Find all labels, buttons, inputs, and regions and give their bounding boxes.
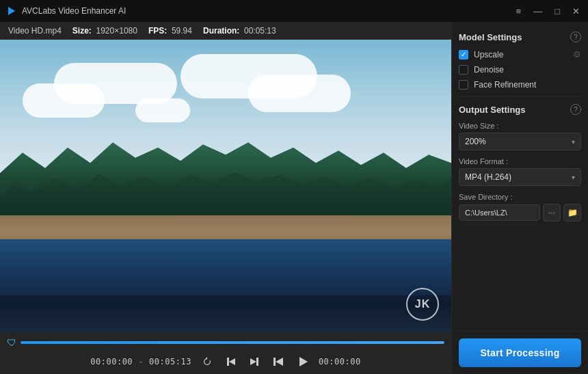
settings-divider [459, 96, 581, 97]
svg-rect-1 [227, 358, 229, 366]
denoise-option-row: Denoise [459, 65, 581, 75]
video-format-chevron-icon: ▾ [572, 174, 575, 181]
face-refinement-checkbox[interactable] [459, 80, 468, 90]
video-size-value: 200% [465, 137, 486, 146]
svg-marker-4 [250, 358, 256, 365]
controls-bar: 🛡 00:00:00 - 00:05:13 [0, 333, 451, 374]
title-bar: AVCLabs Video Enhancer AI ≡ — □ ✕ [0, 0, 588, 22]
start-processing-button[interactable]: Start Processing [459, 338, 581, 367]
browse-dots-button[interactable]: ··· [543, 204, 561, 222]
start-time: 00:00:00 [90, 357, 133, 366]
denoise-label: Denoise [474, 65, 504, 75]
upscale-label: Upscale [474, 50, 503, 59]
denoise-checkbox[interactable] [459, 65, 468, 75]
close-button[interactable]: ✕ [570, 5, 583, 18]
svg-marker-7 [299, 357, 308, 366]
open-folder-button[interactable]: 📁 [563, 204, 581, 222]
left-panel: Video HD.mp4 Size: 1920×1080 FPS: 59.94 … [0, 22, 451, 374]
model-settings-title: Model Settings [459, 32, 522, 42]
upscale-settings-icon[interactable]: ⚙ [573, 49, 581, 59]
app-title: AVCLabs Video Enhancer AI [22, 6, 513, 16]
face-refinement-label: Face Refinement [474, 80, 536, 90]
start-button-area: Start Processing [452, 331, 588, 374]
settings-area: Model Settings ? Upscale ⚙ Denoise Face … [452, 22, 588, 331]
menu-button[interactable]: ≡ [513, 5, 524, 18]
maximize-button[interactable]: □ [552, 5, 563, 18]
output-settings-help-icon[interactable]: ? [570, 104, 581, 115]
playback-controls: 00:00:00 - 00:05:13 [0, 351, 451, 374]
cloud-3 [135, 98, 190, 122]
upscale-option-row: Upscale ⚙ [459, 49, 581, 59]
save-directory-row: C:\Users\LZ\ ··· 📁 [459, 204, 581, 222]
model-settings-header: Model Settings ? [459, 31, 581, 42]
save-directory-input[interactable]: C:\Users\LZ\ [459, 204, 540, 221]
window-controls: ≡ — □ ✕ [513, 5, 583, 18]
video-background: JK [0, 40, 451, 333]
face-refinement-option-row: Face Refinement [459, 80, 581, 90]
svg-marker-2 [229, 358, 235, 365]
out-point-button[interactable] [246, 356, 263, 368]
video-preview: JK [0, 40, 451, 333]
upscale-checkbox[interactable] [459, 50, 468, 59]
end-time: 00:05:13 [149, 357, 191, 366]
fps-info: FPS: 59.94 [148, 26, 192, 36]
filename: Video HD.mp4 [8, 26, 62, 36]
time-separator: - [139, 357, 142, 366]
svg-marker-6 [276, 358, 283, 366]
video-size-select[interactable]: 200% ▾ [459, 133, 581, 150]
output-settings-header: Output Settings ? [459, 104, 581, 115]
main-content: Video HD.mp4 Size: 1920×1080 FPS: 59.94 … [0, 22, 588, 374]
model-settings-help-icon[interactable]: ? [570, 31, 581, 42]
svg-rect-3 [256, 358, 258, 366]
video-size-chevron-icon: ▾ [572, 138, 575, 146]
in-point-button[interactable] [223, 356, 239, 368]
duration-info: Duration: 00:05:13 [203, 26, 276, 36]
progress-track[interactable] [21, 341, 444, 344]
minimize-button[interactable]: — [531, 5, 545, 18]
svg-marker-0 [8, 7, 15, 15]
water-layer [0, 239, 451, 333]
video-format-label: Video Format : [459, 157, 581, 165]
play-button[interactable] [294, 355, 312, 369]
app-logo-icon [5, 5, 18, 17]
skip-back-button[interactable] [269, 355, 287, 369]
rewind-button[interactable] [198, 355, 216, 369]
output-settings-title: Output Settings [459, 105, 526, 115]
video-format-value: MP4 (H.264) [465, 172, 511, 182]
video-format-select[interactable]: MP4 (H.264) ▾ [459, 168, 581, 186]
current-time: 00:00:00 [319, 357, 361, 366]
save-directory-label: Save Directory : [459, 193, 581, 201]
file-size-label: Size: 1920×1080 [72, 26, 137, 36]
file-info-bar: Video HD.mp4 Size: 1920×1080 FPS: 59.94 … [0, 22, 451, 40]
progress-fill [21, 341, 444, 344]
shield-icon: 🛡 [7, 337, 16, 348]
progress-area: 🛡 [0, 333, 451, 351]
cloud-5 [248, 75, 351, 112]
right-panel: Model Settings ? Upscale ⚙ Denoise Face … [451, 22, 588, 374]
svg-rect-5 [273, 358, 276, 366]
watermark: JK [406, 288, 439, 321]
water-reflection [0, 239, 451, 295]
video-size-label: Video Size : [459, 122, 581, 130]
